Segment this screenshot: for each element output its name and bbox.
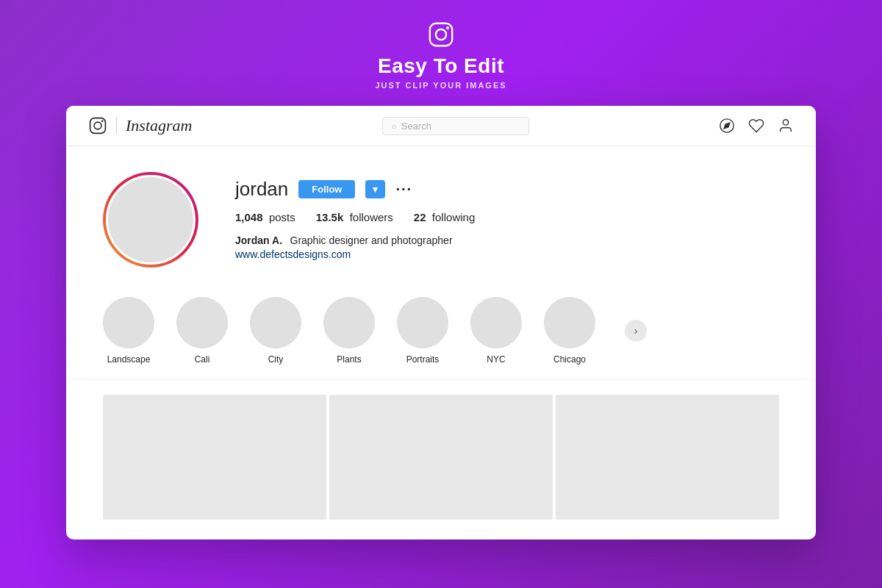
highlight-label-plants: Plants [337, 354, 361, 365]
grid-item-3[interactable] [556, 395, 779, 520]
more-options-button[interactable]: ··· [395, 181, 412, 198]
nav-logo: Instagram [88, 116, 192, 135]
svg-point-2 [446, 26, 449, 29]
stats-row: 1,048 posts 13.5k followers 22 following [235, 211, 779, 223]
profile-section: jordan Follow ▾ ··· 1,048 posts 13.5k fo… [66, 146, 816, 290]
svg-rect-3 [90, 118, 106, 134]
highlight-circle-cali [176, 297, 228, 348]
avatar [106, 175, 196, 265]
highlight-item-landscape[interactable]: Landscape [103, 297, 154, 365]
svg-point-1 [436, 29, 446, 40]
highlight-circle-city [250, 297, 301, 348]
username: jordan [235, 178, 288, 201]
promo-header: Easy To Edit JUST CLIP YOUR IMAGES [375, 0, 506, 106]
highlights-row: Landscape Cali City Plants Portraits NYC [103, 297, 779, 365]
main-card: Instagram ⌕ Search [66, 106, 816, 539]
nav-brand-label: Instagram [126, 116, 192, 135]
bio-section: Jordan A. Graphic designer and photograp… [235, 234, 779, 260]
bio-name: Jordan A. [235, 234, 282, 246]
nav-icons [719, 118, 794, 134]
heart-icon[interactable] [748, 118, 764, 134]
followers-count: 13.5k [316, 211, 344, 223]
grid-item-2[interactable] [329, 395, 553, 520]
following-label: following [432, 211, 475, 223]
svg-point-8 [783, 120, 788, 125]
promo-subtitle: JUST CLIP YOUR IMAGES [375, 81, 506, 90]
followers-label: followers [350, 211, 393, 223]
highlight-label-landscape: Landscape [107, 354, 151, 365]
grid-row [103, 395, 779, 520]
highlight-circle-nyc [470, 297, 522, 348]
posts-stat: 1,048 posts [235, 211, 295, 223]
highlight-circle-plants [323, 297, 375, 348]
following-count: 22 [414, 211, 426, 223]
nav-search-area: ⌕ Search [192, 117, 719, 135]
compass-icon[interactable] [719, 118, 735, 134]
highlight-item-city[interactable]: City [250, 297, 301, 365]
avatar-container [103, 172, 198, 268]
highlight-item-chicago[interactable]: Chicago [544, 297, 595, 365]
following-stat: 22 following [414, 211, 475, 223]
search-placeholder-text: Search [401, 121, 431, 132]
profile-top: jordan Follow ▾ ··· [235, 178, 779, 201]
avatar-ring [103, 172, 198, 268]
followers-stat: 13.5k followers [316, 211, 393, 223]
highlights-next-button[interactable]: › [625, 320, 647, 342]
highlight-item-cali[interactable]: Cali [176, 297, 228, 365]
posts-count: 1,048 [235, 211, 263, 223]
instagram-nav-icon [88, 116, 107, 135]
grid-item-1[interactable] [103, 395, 326, 520]
highlight-circle-portraits [397, 297, 448, 348]
svg-marker-7 [724, 123, 730, 129]
highlight-item-portraits[interactable]: Portraits [397, 297, 448, 365]
nav-divider [116, 118, 117, 134]
instagram-logo-icon [427, 21, 455, 49]
highlight-label-nyc: NYC [487, 354, 505, 365]
grid-section [66, 380, 816, 520]
navbar: Instagram ⌕ Search [66, 106, 816, 146]
svg-point-4 [94, 122, 101, 129]
follow-dropdown-button[interactable]: ▾ [365, 180, 385, 198]
highlight-label-cali: Cali [195, 354, 210, 365]
posts-label: posts [269, 211, 295, 223]
search-icon: ⌕ [392, 121, 397, 130]
highlight-label-chicago: Chicago [553, 354, 586, 365]
svg-point-5 [101, 121, 104, 123]
highlight-item-plants[interactable]: Plants [323, 297, 375, 365]
profile-info: jordan Follow ▾ ··· 1,048 posts 13.5k fo… [235, 172, 779, 260]
highlight-circle-chicago [544, 297, 595, 348]
bio-link[interactable]: www.defectsdesigns.com [235, 248, 779, 260]
user-icon[interactable] [778, 118, 794, 134]
highlight-item-nyc[interactable]: NYC [470, 297, 522, 365]
follow-button[interactable]: Follow [298, 180, 355, 198]
bio-description: Graphic designer and photographer [290, 234, 453, 246]
highlight-label-portraits: Portraits [406, 354, 440, 365]
highlight-label-city: City [268, 354, 284, 365]
svg-rect-0 [430, 24, 452, 46]
promo-title: Easy To Edit [378, 54, 504, 78]
highlights-section: Landscape Cali City Plants Portraits NYC [66, 290, 816, 380]
highlight-circle-landscape [103, 297, 154, 348]
search-box[interactable]: ⌕ Search [382, 117, 529, 135]
